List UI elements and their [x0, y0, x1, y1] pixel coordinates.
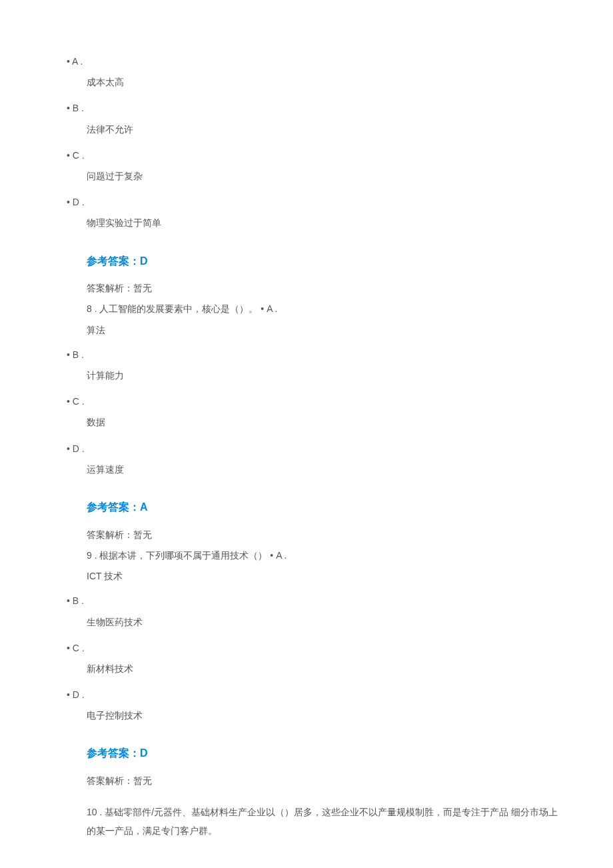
q8-stem: 8 . 人工智能的发展要素中，核心是（）。 • A . — [87, 301, 560, 317]
q9-number: 9 . — [87, 550, 97, 561]
q7-option-b-text: 法律不允许 — [67, 121, 560, 138]
q7-option-c-label: • C . — [67, 147, 560, 164]
q8-option-d-label: • D . — [67, 441, 560, 457]
q7-option-d-text: 物理实验过于简单 — [67, 215, 560, 231]
q8-number: 8 . — [87, 303, 97, 314]
q8-option-b-label: • B . — [67, 347, 560, 363]
q8-option-b-text: 计算能力 — [67, 367, 560, 384]
q9-stem: 9 . 根据本讲，下列哪项不属于通用技术（） • A . — [87, 547, 560, 564]
q8-stem-text: 人工智能的发展要素中，核心是（）。 • A . — [97, 303, 278, 314]
q8-option-d-text: 运算速度 — [67, 461, 560, 478]
q7-option-c-text: 问题过于复杂 — [67, 168, 560, 185]
q8-option-c-text: 数据 — [67, 414, 560, 431]
q9-option-c-label: • C . — [67, 640, 560, 657]
q9-option-d-text: 电子控制技术 — [67, 707, 560, 724]
q7-option-d-label: • D . — [67, 194, 560, 211]
q7-option-b-label: • B . — [67, 100, 560, 117]
q8-answer-title: 参考答案：A — [87, 498, 560, 517]
q9-stem-text: 根据本讲，下列哪项不属于通用技术（） • A . — [97, 550, 287, 561]
q7-answer-title: 参考答案：D — [87, 252, 560, 271]
q7-option-a-label: • A . — [67, 53, 560, 70]
q9-option-a-text: ICT 技术 — [87, 568, 560, 585]
q8-analysis: 答案解析：暂无 — [87, 527, 560, 543]
q8-option-a-text: 算法 — [87, 322, 560, 339]
q9-option-b-text: 生物医药技术 — [67, 614, 560, 631]
q10-stem-text: 基础零部件/元器件、基础材料生产企业以（）居多，这些企业不以产量规模制胜，而是专… — [87, 807, 558, 836]
q7-option-a-text: 成本太高 — [67, 74, 560, 91]
q9-option-d-label: • D . — [67, 687, 560, 703]
q9-option-c-text: 新材料技术 — [67, 661, 560, 677]
q7-analysis: 答案解析：暂无 — [87, 280, 560, 297]
q9-option-b-label: • B . — [67, 593, 560, 609]
q10-number: 10 . — [87, 807, 102, 817]
q8-option-c-label: • C . — [67, 393, 560, 410]
q9-answer-title: 参考答案：D — [87, 744, 560, 763]
q9-analysis: 答案解析：暂无 — [87, 773, 560, 789]
